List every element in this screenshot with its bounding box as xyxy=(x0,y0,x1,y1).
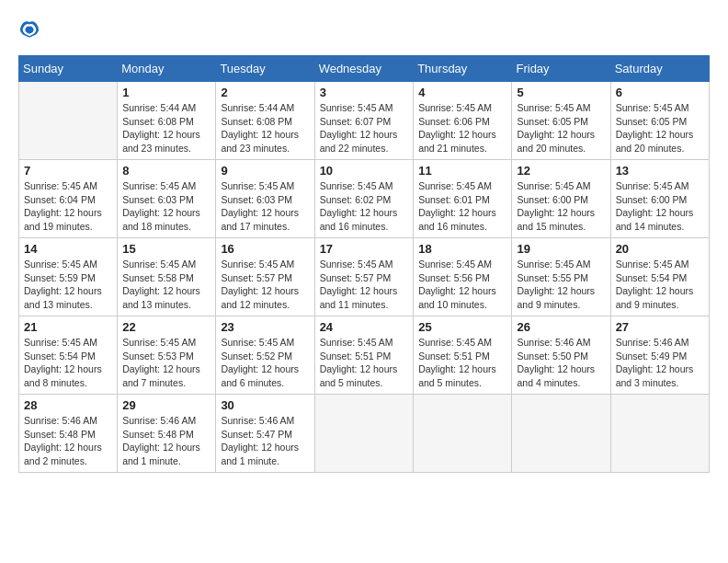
day-number: 25 xyxy=(418,320,506,334)
day-number: 13 xyxy=(616,164,704,178)
calendar-cell xyxy=(314,395,414,473)
day-number: 20 xyxy=(616,242,704,256)
calendar-week-2: 7Sunrise: 5:45 AM Sunset: 6:04 PM Daylig… xyxy=(19,160,710,238)
day-number: 12 xyxy=(517,164,605,178)
day-number: 4 xyxy=(418,86,506,99)
calendar-cell: 7Sunrise: 5:45 AM Sunset: 6:04 PM Daylig… xyxy=(19,160,118,238)
day-info: Sunrise: 5:45 AM Sunset: 6:03 PM Dayligh… xyxy=(122,179,210,234)
header xyxy=(18,18,710,40)
calendar-cell: 18Sunrise: 5:45 AM Sunset: 5:56 PM Dayli… xyxy=(414,238,512,316)
calendar-header-monday: Monday xyxy=(118,56,216,82)
day-number: 30 xyxy=(221,398,309,412)
day-number: 10 xyxy=(320,164,409,178)
day-info: Sunrise: 5:45 AM Sunset: 5:55 PM Dayligh… xyxy=(517,258,605,312)
day-number: 24 xyxy=(320,320,409,334)
calendar-cell: 19Sunrise: 5:45 AM Sunset: 5:55 PM Dayli… xyxy=(512,238,610,316)
calendar-cell xyxy=(512,395,610,473)
day-info: Sunrise: 5:45 AM Sunset: 6:02 PM Dayligh… xyxy=(320,179,409,234)
day-info: Sunrise: 5:45 AM Sunset: 6:00 PM Dayligh… xyxy=(616,179,704,234)
logo xyxy=(18,18,44,40)
calendar-cell xyxy=(19,82,118,160)
day-info: Sunrise: 5:45 AM Sunset: 5:54 PM Dayligh… xyxy=(24,336,112,390)
day-info: Sunrise: 5:45 AM Sunset: 5:58 PM Dayligh… xyxy=(122,258,210,312)
day-number: 6 xyxy=(616,86,704,99)
calendar-cell: 6Sunrise: 5:45 AM Sunset: 6:05 PM Daylig… xyxy=(610,82,709,160)
day-info: Sunrise: 5:45 AM Sunset: 5:56 PM Dayligh… xyxy=(418,258,506,312)
day-number: 22 xyxy=(122,320,210,334)
day-info: Sunrise: 5:44 AM Sunset: 6:08 PM Dayligh… xyxy=(122,101,210,155)
calendar-week-3: 14Sunrise: 5:45 AM Sunset: 5:59 PM Dayli… xyxy=(19,238,710,316)
day-info: Sunrise: 5:45 AM Sunset: 5:51 PM Dayligh… xyxy=(320,336,409,390)
day-info: Sunrise: 5:45 AM Sunset: 5:57 PM Dayligh… xyxy=(221,258,309,312)
day-number: 15 xyxy=(122,242,210,256)
day-info: Sunrise: 5:45 AM Sunset: 6:00 PM Dayligh… xyxy=(517,179,605,234)
day-number: 3 xyxy=(320,86,409,99)
calendar-cell: 20Sunrise: 5:45 AM Sunset: 5:54 PM Dayli… xyxy=(610,238,709,316)
calendar-cell: 1Sunrise: 5:44 AM Sunset: 6:08 PM Daylig… xyxy=(118,82,216,160)
day-number: 17 xyxy=(320,242,409,256)
calendar-header-wednesday: Wednesday xyxy=(314,56,414,82)
calendar-cell: 13Sunrise: 5:45 AM Sunset: 6:00 PM Dayli… xyxy=(610,160,709,238)
day-info: Sunrise: 5:44 AM Sunset: 6:08 PM Dayligh… xyxy=(221,101,309,155)
day-number: 23 xyxy=(221,320,309,334)
day-number: 18 xyxy=(418,242,506,256)
calendar-cell: 22Sunrise: 5:45 AM Sunset: 5:53 PM Dayli… xyxy=(118,316,216,395)
calendar-header-saturday: Saturday xyxy=(610,56,709,82)
calendar-cell: 25Sunrise: 5:45 AM Sunset: 5:51 PM Dayli… xyxy=(414,316,512,395)
day-info: Sunrise: 5:45 AM Sunset: 6:03 PM Dayligh… xyxy=(221,179,309,234)
calendar-header-sunday: Sunday xyxy=(19,56,118,82)
day-number: 29 xyxy=(122,398,210,412)
calendar-week-1: 1Sunrise: 5:44 AM Sunset: 6:08 PM Daylig… xyxy=(19,82,710,160)
day-number: 16 xyxy=(221,242,309,256)
day-number: 9 xyxy=(221,164,309,178)
day-info: Sunrise: 5:46 AM Sunset: 5:48 PM Dayligh… xyxy=(24,414,112,468)
day-info: Sunrise: 5:45 AM Sunset: 6:05 PM Dayligh… xyxy=(517,101,605,155)
day-info: Sunrise: 5:45 AM Sunset: 5:51 PM Dayligh… xyxy=(418,336,506,390)
calendar-cell: 10Sunrise: 5:45 AM Sunset: 6:02 PM Dayli… xyxy=(314,160,414,238)
calendar-cell: 4Sunrise: 5:45 AM Sunset: 6:06 PM Daylig… xyxy=(414,82,512,160)
day-info: Sunrise: 5:45 AM Sunset: 6:05 PM Dayligh… xyxy=(616,101,704,155)
day-info: Sunrise: 5:46 AM Sunset: 5:47 PM Dayligh… xyxy=(221,414,309,468)
calendar-cell: 3Sunrise: 5:45 AM Sunset: 6:07 PM Daylig… xyxy=(314,82,414,160)
calendar-cell: 11Sunrise: 5:45 AM Sunset: 6:01 PM Dayli… xyxy=(414,160,512,238)
day-info: Sunrise: 5:46 AM Sunset: 5:50 PM Dayligh… xyxy=(517,336,605,390)
calendar-header-friday: Friday xyxy=(512,56,610,82)
calendar-header-row: SundayMondayTuesdayWednesdayThursdayFrid… xyxy=(19,56,710,82)
calendar-week-5: 28Sunrise: 5:46 AM Sunset: 5:48 PM Dayli… xyxy=(19,395,710,473)
calendar-cell: 28Sunrise: 5:46 AM Sunset: 5:48 PM Dayli… xyxy=(19,395,118,473)
calendar-header-thursday: Thursday xyxy=(414,56,512,82)
calendar-header-tuesday: Tuesday xyxy=(216,56,314,82)
day-info: Sunrise: 5:45 AM Sunset: 5:53 PM Dayligh… xyxy=(122,336,210,390)
calendar-cell: 27Sunrise: 5:46 AM Sunset: 5:49 PM Dayli… xyxy=(610,316,709,395)
day-info: Sunrise: 5:45 AM Sunset: 6:06 PM Dayligh… xyxy=(418,101,506,155)
day-info: Sunrise: 5:45 AM Sunset: 6:07 PM Dayligh… xyxy=(320,101,409,155)
calendar: SundayMondayTuesdayWednesdayThursdayFrid… xyxy=(18,55,710,473)
day-number: 28 xyxy=(24,398,112,412)
calendar-cell: 5Sunrise: 5:45 AM Sunset: 6:05 PM Daylig… xyxy=(512,82,610,160)
calendar-cell: 21Sunrise: 5:45 AM Sunset: 5:54 PM Dayli… xyxy=(19,316,118,395)
calendar-cell: 23Sunrise: 5:45 AM Sunset: 5:52 PM Dayli… xyxy=(216,316,314,395)
calendar-cell: 9Sunrise: 5:45 AM Sunset: 6:03 PM Daylig… xyxy=(216,160,314,238)
calendar-cell: 14Sunrise: 5:45 AM Sunset: 5:59 PM Dayli… xyxy=(19,238,118,316)
calendar-cell: 8Sunrise: 5:45 AM Sunset: 6:03 PM Daylig… xyxy=(118,160,216,238)
calendar-cell: 29Sunrise: 5:46 AM Sunset: 5:48 PM Dayli… xyxy=(118,395,216,473)
calendar-cell: 17Sunrise: 5:45 AM Sunset: 5:57 PM Dayli… xyxy=(314,238,414,316)
day-number: 7 xyxy=(24,164,112,178)
day-number: 21 xyxy=(24,320,112,334)
day-info: Sunrise: 5:46 AM Sunset: 5:49 PM Dayligh… xyxy=(616,336,704,390)
day-number: 27 xyxy=(616,320,704,334)
day-info: Sunrise: 5:46 AM Sunset: 5:48 PM Dayligh… xyxy=(122,414,210,468)
day-info: Sunrise: 5:45 AM Sunset: 5:54 PM Dayligh… xyxy=(616,258,704,312)
day-info: Sunrise: 5:45 AM Sunset: 5:52 PM Dayligh… xyxy=(221,336,309,390)
calendar-cell: 24Sunrise: 5:45 AM Sunset: 5:51 PM Dayli… xyxy=(314,316,414,395)
calendar-cell: 26Sunrise: 5:46 AM Sunset: 5:50 PM Dayli… xyxy=(512,316,610,395)
calendar-cell: 15Sunrise: 5:45 AM Sunset: 5:58 PM Dayli… xyxy=(118,238,216,316)
day-number: 19 xyxy=(517,242,605,256)
calendar-cell: 16Sunrise: 5:45 AM Sunset: 5:57 PM Dayli… xyxy=(216,238,314,316)
calendar-week-4: 21Sunrise: 5:45 AM Sunset: 5:54 PM Dayli… xyxy=(19,316,710,395)
day-info: Sunrise: 5:45 AM Sunset: 5:57 PM Dayligh… xyxy=(320,258,409,312)
calendar-cell: 12Sunrise: 5:45 AM Sunset: 6:00 PM Dayli… xyxy=(512,160,610,238)
calendar-cell: 2Sunrise: 5:44 AM Sunset: 6:08 PM Daylig… xyxy=(216,82,314,160)
day-number: 8 xyxy=(122,164,210,178)
day-number: 5 xyxy=(517,86,605,99)
